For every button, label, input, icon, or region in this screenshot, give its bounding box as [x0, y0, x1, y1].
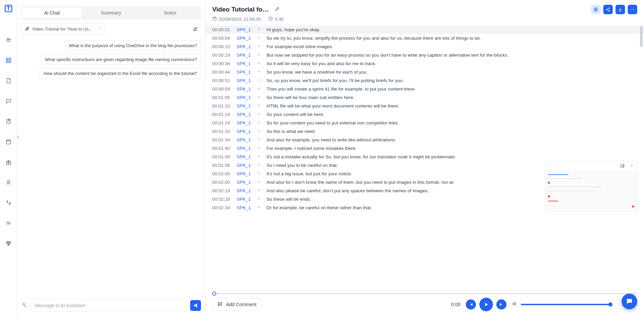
chevron-down-icon[interactable]: [257, 171, 262, 176]
chevron-down-icon[interactable]: [257, 129, 262, 134]
speaker-label[interactable]: SPK_1: [237, 95, 253, 100]
speaker-label[interactable]: SPK_1: [237, 180, 253, 185]
speaker-label[interactable]: SPK_1: [237, 205, 253, 210]
chevron-down-icon[interactable]: [257, 27, 262, 32]
timestamp[interactable]: 00:00:52: [212, 78, 233, 83]
timestamp[interactable]: 00:00:19: [212, 53, 233, 58]
help-chat-button[interactable]: [622, 294, 637, 309]
timestamp[interactable]: 00:02:34: [212, 205, 233, 210]
speaker-label[interactable]: SPK_1: [237, 137, 253, 142]
transcript[interactable]: 00:00:01SPK_1Hi guys, hope you're okay.0…: [205, 25, 644, 291]
message-input[interactable]: [31, 299, 187, 312]
transcript-row[interactable]: 00:01:19SPK_1So your content will be her…: [205, 110, 644, 119]
scrollbar[interactable]: [639, 25, 643, 291]
transcript-row[interactable]: 00:01:45SPK_1It's not a mistake actually…: [205, 153, 644, 161]
file-select[interactable]: Video Tutorial for "How to Us...: [21, 23, 105, 35]
chevron-down-icon[interactable]: [257, 197, 262, 202]
suggestion-item[interactable]: What is the purpose of using OneDrive in…: [65, 40, 201, 51]
minimize-button[interactable]: [629, 163, 634, 170]
transcript-row[interactable]: 00:00:38SPK_1So it will be very easy for…: [205, 59, 644, 68]
speaker-label[interactable]: SPK_1: [237, 78, 253, 83]
speaker-label[interactable]: SPK_1: [237, 129, 253, 134]
timestamp[interactable]: 00:00:01: [212, 27, 233, 32]
timeline[interactable]: [212, 293, 637, 294]
transcript-row[interactable]: 00:01:24SPK_1So for your content you nee…: [205, 119, 644, 127]
volume-slider[interactable]: [521, 304, 612, 305]
chevron-down-icon[interactable]: [257, 205, 262, 210]
timestamp[interactable]: 00:00:44: [212, 70, 233, 75]
prev-button[interactable]: [466, 299, 476, 310]
transcript-row[interactable]: 00:00:01SPK_1Hi guys, hope you're okay.: [205, 25, 644, 34]
save-button[interactable]: [591, 5, 601, 14]
speaker-label[interactable]: SPK_1: [237, 44, 253, 49]
speaker-label[interactable]: SPK_1: [237, 70, 253, 75]
nav-note-icon[interactable]: [2, 115, 15, 128]
next-button[interactable]: [496, 299, 507, 310]
chevron-down-icon[interactable]: [257, 78, 262, 83]
nav-chat-icon[interactable]: [2, 94, 15, 108]
volume-icon[interactable]: [512, 301, 517, 308]
transcript-row[interactable]: 00:01:10SPK_1HTML file will be what your…: [205, 102, 644, 110]
timestamp[interactable]: 00:00:38: [212, 61, 233, 66]
sidebar-expand-button[interactable]: [14, 133, 22, 141]
nav-people-icon[interactable]: [2, 33, 15, 47]
timestamp[interactable]: 00:01:24: [212, 120, 233, 125]
timestamp[interactable]: 00:01:45: [212, 154, 233, 159]
share-button[interactable]: [603, 5, 613, 14]
chevron-down-icon[interactable]: [257, 44, 262, 49]
nav-user-icon[interactable]: [2, 176, 15, 189]
edit-title-button[interactable]: [275, 6, 280, 13]
add-comment-button[interactable]: Add Comment: [212, 298, 261, 311]
timestamp[interactable]: 00:02:00: [212, 171, 233, 176]
speaker-label[interactable]: SPK_1: [237, 112, 253, 117]
chevron-down-icon[interactable]: [257, 120, 262, 125]
chevron-down-icon[interactable]: [257, 154, 262, 159]
speaker-label[interactable]: SPK_1: [237, 61, 253, 66]
speaker-label[interactable]: SPK_1: [237, 36, 253, 41]
pip-button[interactable]: [620, 163, 625, 170]
nav-calendar-icon[interactable]: [2, 135, 15, 149]
speaker-label[interactable]: SPK_1: [237, 27, 253, 32]
chevron-down-icon[interactable]: [257, 70, 262, 75]
speaker-label[interactable]: SPK_1: [237, 188, 253, 193]
timestamp[interactable]: 00:00:04: [212, 36, 233, 41]
chevron-down-icon[interactable]: [257, 86, 262, 92]
timestamp[interactable]: 00:02:19: [212, 188, 233, 193]
tab-ai-chat[interactable]: AI Chat: [22, 7, 81, 18]
speaker-label[interactable]: SPK_1: [237, 86, 253, 92]
suggestion-item[interactable]: What specific instructions are given reg…: [41, 54, 201, 65]
transcript-row[interactable]: 00:01:32SPK_1So this is what we need.: [205, 127, 644, 136]
tab-summary[interactable]: Summary: [81, 7, 141, 18]
nav-diamond-icon[interactable]: [2, 237, 15, 250]
download-button[interactable]: [615, 5, 625, 14]
transcript-row[interactable]: 00:00:04SPK_1So we try to, you know, sim…: [205, 34, 644, 42]
transcript-row[interactable]: 00:00:15SPK_1For example excel inline im…: [205, 42, 644, 51]
nav-gift-icon[interactable]: [2, 155, 15, 169]
timestamp[interactable]: 00:01:34: [212, 137, 233, 142]
timeline-handle[interactable]: [212, 292, 216, 296]
nav-translate-icon[interactable]: [2, 196, 15, 210]
nav-plug-icon[interactable]: [2, 216, 15, 230]
chevron-down-icon[interactable]: [257, 95, 262, 100]
chevron-down-icon[interactable]: [257, 53, 262, 58]
speaker-label[interactable]: SPK_1: [237, 120, 253, 125]
timestamp[interactable]: 00:01:05: [212, 95, 233, 100]
speaker-label[interactable]: SPK_1: [237, 53, 253, 58]
transcript-row[interactable]: 00:01:05SPK_1So there will be four main …: [205, 93, 644, 102]
timestamp[interactable]: 00:01:40: [212, 146, 233, 151]
more-button[interactable]: [628, 5, 637, 14]
speaker-label[interactable]: SPK_1: [237, 146, 253, 151]
nav-grid-icon[interactable]: [2, 54, 15, 67]
speaker-label[interactable]: SPK_1: [237, 197, 253, 202]
chevron-down-icon[interactable]: [257, 103, 262, 108]
video-preview-body[interactable]: [546, 172, 638, 212]
speaker-label[interactable]: SPK_1: [237, 171, 253, 176]
timestamp[interactable]: 00:02:29: [212, 197, 233, 202]
speaker-label[interactable]: SPK_1: [237, 163, 253, 168]
chevron-down-icon[interactable]: [257, 36, 262, 41]
timestamp[interactable]: 00:00:59: [212, 86, 233, 92]
play-button[interactable]: [479, 298, 493, 311]
volume-handle[interactable]: [608, 302, 612, 307]
timestamp[interactable]: 00:01:56: [212, 163, 233, 168]
transcript-row[interactable]: 00:01:40SPK_1For example, I noticed some…: [205, 144, 644, 153]
